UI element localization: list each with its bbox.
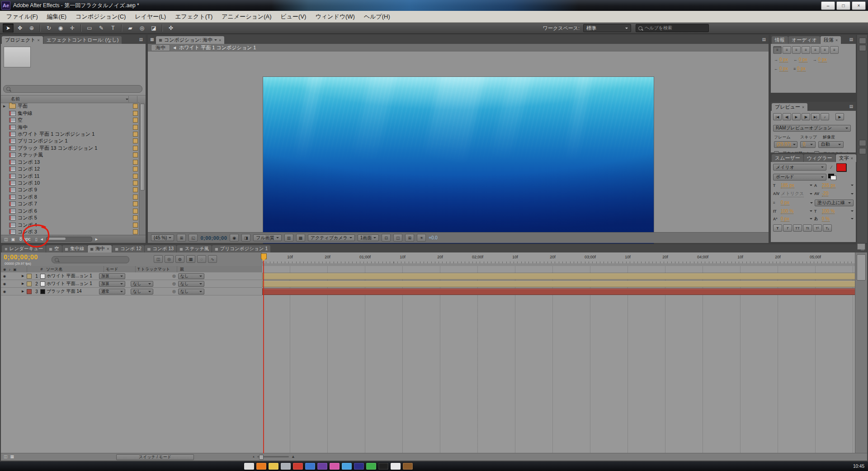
label-swatch[interactable] <box>27 289 32 294</box>
leading-field[interactable]: A235 px <box>814 183 854 188</box>
comp-marker-bin-icon[interactable] <box>857 243 865 250</box>
next-frame-button[interactable]: |▶ <box>802 113 810 120</box>
label-swatch[interactable] <box>133 174 138 179</box>
layer-duration-bar[interactable] <box>262 273 855 280</box>
taskbar-app-icon[interactable] <box>256 463 266 470</box>
panel-menu-icon[interactable]: ▤ <box>137 37 145 42</box>
panel-menu-icon[interactable]: ▤ <box>847 37 855 42</box>
docked-panel-button[interactable] <box>859 140 866 146</box>
docked-panel-button[interactable] <box>859 148 866 154</box>
pickwhip-icon[interactable]: ◎ <box>172 274 176 278</box>
scroll-left-icon[interactable]: ◀ <box>40 238 42 241</box>
taskbar-app-icon[interactable] <box>354 463 364 470</box>
snapshot-icon[interactable]: ◉ <box>230 234 239 242</box>
region-of-interest-icon[interactable]: ▥ <box>284 234 293 242</box>
fast-preview-icon[interactable]: ◫ <box>393 234 402 242</box>
project-item[interactable]: コンポ 4 <box>1 221 139 228</box>
taskbar-app-icon[interactable] <box>293 463 303 470</box>
close-icon[interactable]: × <box>219 38 221 43</box>
faux-italic-button[interactable]: T <box>783 224 792 232</box>
menu-edit[interactable]: 編集(E) <box>42 11 71 22</box>
zoom-out-mountain-icon[interactable]: ▲ <box>252 455 255 458</box>
menu-animation[interactable]: アニメーション(A) <box>217 11 276 22</box>
workspace-dropdown[interactable]: 標準 <box>583 24 631 32</box>
mini-flowchart-icon[interactable]: ⊞ <box>405 234 414 242</box>
small-caps-button[interactable]: Tt <box>803 224 812 232</box>
last-frame-button[interactable]: ▶| <box>811 113 820 120</box>
menu-composition[interactable]: コンポジション(C) <box>71 11 130 22</box>
vertical-scale-field[interactable]: IT100 % <box>773 209 812 214</box>
label-swatch[interactable] <box>133 132 138 137</box>
tsume-value[interactable]: 0 % <box>822 216 830 222</box>
composition-mini-flowchart-icon[interactable]: ◫ <box>154 255 163 263</box>
skip-dropdown[interactable]: 0 <box>800 141 816 148</box>
tab-wiggler[interactable]: ウィグラー <box>804 154 835 162</box>
new-composition-icon[interactable]: ▣ <box>11 237 15 242</box>
docked-panel-button[interactable] <box>859 38 866 44</box>
tab-comp-kaichu[interactable]: ▦海中× <box>88 245 112 252</box>
mode-column-header[interactable]: モード <box>104 266 136 272</box>
track-matte-dropdown[interactable]: なし <box>131 281 153 287</box>
previous-frame-button[interactable]: ◀| <box>783 113 791 120</box>
menu-view[interactable]: ビュー(V) <box>276 11 311 22</box>
project-item[interactable]: プリコンポジション 1 <box>1 138 139 144</box>
project-item[interactable]: 海中 <box>1 124 139 130</box>
playhead-marker[interactable] <box>261 253 267 259</box>
breadcrumb-current[interactable]: 海中 <box>151 44 170 51</box>
current-timecode[interactable]: 0;00;00;00 <box>4 253 38 261</box>
project-item[interactable]: ブラック 平面 13 コンポジション 1 <box>1 145 139 152</box>
project-item[interactable]: コンポ 6 <box>1 208 139 214</box>
label-swatch[interactable] <box>133 138 138 143</box>
project-scrollbar[interactable] <box>139 103 146 235</box>
comp-timecode[interactable]: 0;00;00;00 <box>200 235 227 241</box>
scrollbar-thumb[interactable] <box>140 104 145 190</box>
menu-file[interactable]: ファイル(F) <box>2 11 42 22</box>
indent-value[interactable]: 0 px <box>799 57 807 62</box>
puppet-tool[interactable]: ✜ <box>165 24 176 33</box>
resolution-dropdown[interactable]: 自動 <box>818 141 844 148</box>
tab-info[interactable]: 情報 <box>772 36 788 44</box>
tab-project[interactable]: プロジェクト× <box>2 36 43 44</box>
minimize-button[interactable]: – <box>821 1 835 10</box>
label-swatch[interactable] <box>133 125 138 130</box>
exposure-value[interactable]: +0.0 <box>429 235 438 240</box>
label-swatch[interactable] <box>133 160 138 165</box>
right-indent-field[interactable]: ←0 px <box>793 57 807 62</box>
switches-modes-toggle[interactable]: スイッチ / モード <box>116 454 194 460</box>
close-icon[interactable]: × <box>107 247 109 251</box>
playhead-line[interactable] <box>263 259 264 453</box>
first-frame-button[interactable]: |◀ <box>773 113 782 120</box>
zoom-in-mountain-icon[interactable]: ▲ <box>291 454 295 459</box>
all-caps-button[interactable]: TT <box>793 224 802 232</box>
align-center-button[interactable]: ≡ <box>783 46 791 54</box>
draft-3d-icon[interactable]: ◎ <box>165 255 174 263</box>
font-size-field[interactable]: T185 px <box>773 183 812 188</box>
grid-guides-icon[interactable]: ⊞ <box>177 234 186 242</box>
label-swatch[interactable] <box>133 104 138 109</box>
eye-icon[interactable]: ◉ <box>1 290 8 294</box>
track-matte-dropdown[interactable]: なし <box>131 289 153 295</box>
close-button[interactable]: × <box>852 1 866 10</box>
subscript-button[interactable]: T₁ <box>823 224 832 232</box>
maximize-button[interactable]: □ <box>836 1 850 10</box>
timeline-zoom-control[interactable]: ▲ ▲ <box>252 454 295 459</box>
leading-value[interactable]: 235 px <box>822 183 835 188</box>
kerning-field[interactable]: A/Vメトリクス <box>773 190 812 197</box>
label-swatch[interactable] <box>133 146 138 151</box>
label-swatch[interactable] <box>27 274 32 279</box>
taskbar-app-icon[interactable] <box>366 463 376 470</box>
tab-character[interactable]: 文字× <box>836 154 856 162</box>
trash-icon[interactable]: ▯ <box>35 237 38 242</box>
layer-row-3[interactable]: ◉ ▶ 3 ブラック 平面 14 通常 なし ◎なし <box>1 288 262 295</box>
magnification-dropdown[interactable]: (45 %) <box>151 234 174 241</box>
project-search-input[interactable] <box>3 85 142 93</box>
superscript-button[interactable]: T¹ <box>813 224 822 232</box>
taskbar-app-icon[interactable] <box>244 463 254 470</box>
project-item[interactable]: コンポ 3 <box>1 228 139 235</box>
label-swatch[interactable] <box>133 209 138 214</box>
tab-comp-13[interactable]: ▦コンポ 13 <box>145 245 176 252</box>
show-snapshot-icon[interactable]: ◨ <box>241 234 250 242</box>
resolution-dropdown[interactable]: フル画質 <box>253 234 281 241</box>
expand-in-out-icon[interactable]: ▦ <box>10 454 14 459</box>
tab-audio[interactable]: オーディオ <box>788 36 820 44</box>
